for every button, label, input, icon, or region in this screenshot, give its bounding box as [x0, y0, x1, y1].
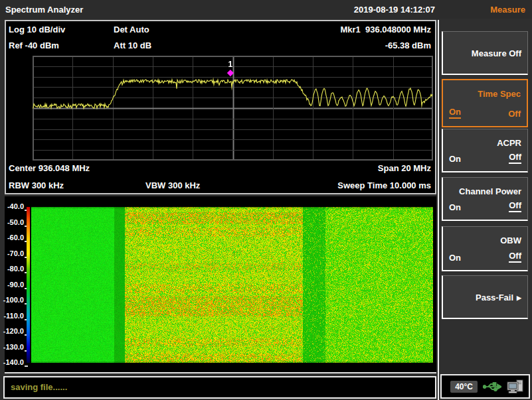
spectrogram-colorbar: [27, 207, 30, 363]
menu-button-obw[interactable]: OBWOnOff: [442, 226, 528, 271]
computer-icon: [507, 379, 524, 394]
menu-button-pass-fail[interactable]: Pass-Fail▶: [442, 275, 528, 319]
marker-amplitude-readout: -65.38 dBm: [385, 40, 431, 50]
db-scale-label: -90.0: [0, 281, 24, 289]
db-scale-label: -140.0: [0, 358, 24, 366]
vbw-readout: VBW 300 kHz: [145, 180, 200, 190]
db-scale-label: -60.0: [0, 233, 24, 241]
usb-icon: [483, 382, 501, 391]
panel-divider: [438, 20, 439, 400]
menu-button-acpr[interactable]: ACPROnOff: [442, 129, 528, 172]
toggle-off-option[interactable]: Off: [509, 251, 521, 263]
rbw-readout: RBW 300 kHz: [9, 180, 64, 190]
submenu-arrow-icon: ▶: [517, 294, 521, 300]
db-scale-label: -40.0: [0, 202, 24, 210]
menu-button-label: Pass-Fail▶: [476, 292, 521, 302]
menu-button-measure-off[interactable]: Measure Off: [442, 31, 528, 75]
menu-button-label: Measure Off: [472, 48, 521, 58]
menu-button-label: Time Spec: [478, 89, 521, 99]
status-bar: saving file......: [3, 376, 436, 399]
title-bar: Spectrum Analyzer 2019-08-19 14:12:07 Me…: [0, 0, 532, 19]
toggle-on-option[interactable]: On: [449, 154, 461, 164]
db-scale-tick: [25, 366, 28, 367]
db-scale-label: -100.0: [0, 296, 24, 304]
menu-title: Measure: [490, 5, 525, 15]
amplitude-scale-readout: Log 10 dB/div: [9, 25, 65, 34]
toggle-off-option[interactable]: Off: [508, 109, 521, 119]
menu-button-channel-power[interactable]: Channel PowerOnOff: [442, 177, 528, 221]
spectrum-panel: Log 10 dB/div Det Auto Mkr1 936.048000 M…: [5, 20, 436, 194]
system-status-box: 40°C: [440, 374, 530, 399]
span-readout: Span 20 MHz: [378, 163, 431, 173]
sweep-time-readout: Sweep Time 10.000 ms: [337, 180, 431, 190]
spectrogram-display: [31, 207, 433, 363]
menu-button-label: OBW: [500, 235, 521, 245]
status-message: saving file......: [11, 382, 67, 392]
toggle-off-option[interactable]: Off: [509, 152, 521, 164]
center-frequency-readout: Center 936.048 MHz: [9, 163, 90, 173]
toggle-on-option[interactable]: On: [449, 107, 461, 119]
menu-button-time-spec[interactable]: Time SpecOnOff: [442, 79, 528, 127]
detector-readout: Det Auto: [114, 25, 149, 34]
datetime: 2019-08-19 14:12:07: [354, 5, 435, 15]
attenuation-readout: Att 10 dB: [114, 40, 151, 50]
db-scale-label: -120.0: [0, 327, 24, 335]
menu-button-label: Channel Power: [459, 186, 521, 196]
temperature-indicator: 40°C: [450, 381, 478, 393]
menu-button-label: ACPR: [497, 138, 521, 148]
toggle-on-option[interactable]: On: [449, 253, 461, 263]
db-scale-label: -70.0: [0, 249, 24, 257]
toggle-off-option[interactable]: Off: [509, 200, 521, 212]
spectrum-plot: [33, 56, 433, 161]
ref-level-readout: Ref -40 dBm: [9, 40, 59, 50]
marker-frequency-readout: Mkr1 936.048000 MHz: [340, 25, 431, 34]
db-scale-label: -50.0: [0, 218, 24, 226]
db-scale-label: -130.0: [0, 343, 24, 351]
app-title: Spectrum Analyzer: [5, 5, 83, 15]
db-scale-label: -110.0: [0, 312, 24, 320]
db-scale-label: -80.0: [0, 265, 24, 273]
toggle-on-option[interactable]: On: [449, 202, 461, 212]
